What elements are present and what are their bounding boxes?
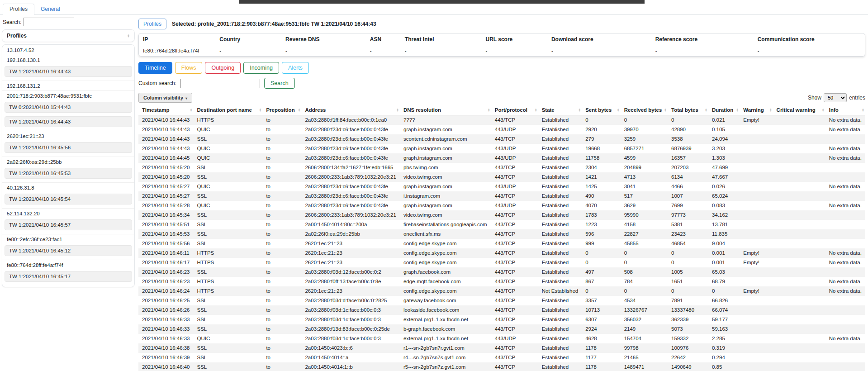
timeline-cell: 3538 xyxy=(668,134,708,144)
column-header[interactable]: Timestamp▲▼ xyxy=(138,105,194,115)
timewindow-item[interactable]: TW 1:2021/04/10 16:45:12 xyxy=(5,245,132,256)
timeline-row[interactable]: 2021/04/10 16:46:24HTTPSto2620:1ec:21::2… xyxy=(138,286,865,296)
ip-column-header[interactable]: Download score xyxy=(547,33,651,45)
timeline-row[interactable]: 2021/04/10 16:44:43QUICto2a03:2880:f23d:… xyxy=(138,125,865,134)
timeline-row[interactable]: 2021/04/10 16:46:17HTTPSto2620:1ec:21::2… xyxy=(138,258,865,267)
custom-search-input[interactable] xyxy=(180,79,260,88)
tab-profiles[interactable]: Profiles xyxy=(3,4,34,15)
profile-item[interactable]: 2001:718:2:903:b877:48ae:9531:fbfc xyxy=(2,90,134,100)
timeline-row[interactable]: 2021/04/10 16:44:43QUICto2a03:2880:f23d:… xyxy=(138,144,865,153)
timeline-row[interactable]: 2021/04/10 16:46:25SSLto2a03:2880:f03d:d… xyxy=(138,296,865,305)
ip-column-header[interactable]: IP xyxy=(139,33,215,45)
ip-column-header[interactable]: Country xyxy=(215,33,281,45)
column-header-label: Port/protocol xyxy=(495,107,527,113)
timeline-row[interactable]: 2021/04/10 16:45:20SSLto2606:2800:134:fa… xyxy=(138,163,865,172)
timeline-cell: Established xyxy=(538,182,582,191)
timewindow-item[interactable]: TW 1:2021/04/10 16:45:53 xyxy=(5,168,132,179)
profiles-badge-button[interactable]: Profiles xyxy=(138,19,166,29)
ip-column-header[interactable]: ASN xyxy=(366,33,401,45)
timeline-cell: 2021/04/10 16:45:56 xyxy=(138,239,194,248)
column-header[interactable]: Warning▲▼ xyxy=(740,105,773,115)
column-header[interactable]: Preposition▲▼ xyxy=(262,105,301,115)
ip-column-header[interactable]: URL score xyxy=(481,33,547,45)
profile-item[interactable]: 192.168.130.1 xyxy=(2,55,134,65)
timeline-row[interactable]: 2021/04/10 16:46:33QUICto2a03:2880:f03d:… xyxy=(138,334,865,343)
timeline-row[interactable]: 2021/04/10 16:45:34SSLto2606:2800:233:1a… xyxy=(138,210,865,220)
timeline-cell: 443/TCP xyxy=(491,286,538,296)
timewindow-item[interactable]: TW 1:2021/04/10 16:45:56 xyxy=(5,142,132,153)
column-header[interactable]: Received bytes▲▼ xyxy=(621,105,668,115)
timewindow-item[interactable]: TW 0:2021/04/10 15:44:43 xyxy=(5,102,132,113)
tab-general[interactable]: General xyxy=(34,4,66,14)
timeline-row[interactable]: 2021/04/10 16:46:33SSLto2a03:2880:f03d:1… xyxy=(138,315,865,324)
timeline-row[interactable]: 2021/04/10 16:45:28QUICto2a03:2880:f23d:… xyxy=(138,201,865,210)
timeline-row[interactable]: 2021/04/10 16:45:20SSLto2606:2800:233:1a… xyxy=(138,172,865,182)
timeline-row[interactable]: 2021/04/10 16:44:45QUICto2a03:2880:f23d:… xyxy=(138,153,865,163)
profile-item[interactable]: 52.114.132.20 xyxy=(2,208,134,218)
timeline-row[interactable]: 2021/04/10 16:45:27QUICto2a03:2880:f23d:… xyxy=(138,182,865,191)
profile-item[interactable]: fe80::2efc:36f:ce23:fac1 xyxy=(2,234,134,244)
timeline-row[interactable]: 2021/04/10 16:45:53SSLto2a02:26f0:ea:29d… xyxy=(138,229,865,239)
column-header[interactable]: Address▲▼ xyxy=(301,105,399,115)
timeline-row[interactable]: 2021/04/10 16:46:33SSLto2a03:2880:f13d:8… xyxy=(138,324,865,334)
profiles-panel-header[interactable]: Profiles ▲▼ xyxy=(2,29,135,42)
timeline-cell xyxy=(773,334,825,343)
timewindow-item[interactable]: TW 1:2021/04/10 16:44:43 xyxy=(5,66,132,77)
timeline-cell: HTTPS xyxy=(194,248,263,258)
timeline-cell: 0 xyxy=(621,258,668,267)
timeline-row[interactable]: 2021/04/10 16:46:11HTTPSto2620:1ec:21::2… xyxy=(138,248,865,258)
ip-column-header[interactable]: Threat Intel xyxy=(401,33,482,45)
profile-item[interactable]: 192.168.131.2 xyxy=(2,81,134,90)
profile-item[interactable]: 2a02:26f0:ea:29d::25bb xyxy=(2,157,134,166)
timeline-row[interactable]: 2021/04/10 16:46:23SSLto2a03:2880:f03d:1… xyxy=(138,267,865,277)
column-visibility-button[interactable]: Column visibility▾ xyxy=(138,93,192,103)
incoming-tab-button[interactable]: Incoming xyxy=(243,62,279,74)
timeline-row[interactable]: 2021/04/10 16:46:38SSLto2a00:1450:4023:b… xyxy=(138,343,865,353)
timeline-row[interactable]: 2021/04/10 16:44:43HTTPSto2a03:2880:f1ff… xyxy=(138,115,865,125)
timeline-cell: SSL xyxy=(194,267,263,277)
profile-item[interactable]: 2620:1ec:21::23 xyxy=(2,131,134,141)
profile-item[interactable]: 13.107.4.52 xyxy=(2,45,134,55)
timeline-row[interactable]: 2021/04/10 16:45:51SSLto2a00:1450:4014:8… xyxy=(138,220,865,229)
timeline-cell: SSL xyxy=(194,239,263,248)
column-header[interactable]: State▲▼ xyxy=(538,105,582,115)
alerts-tab-button[interactable]: Alerts xyxy=(282,62,309,74)
ip-column-header[interactable]: Communication score xyxy=(754,33,865,45)
timeline-row[interactable]: 2021/04/10 16:44:43SSLto2a03:2880:f23d:c… xyxy=(138,134,865,144)
timeline-row[interactable]: 2021/04/10 16:45:56SSLto2620:1ec:21::23c… xyxy=(138,239,865,248)
page-size-select[interactable]: 50 xyxy=(824,93,847,102)
column-header[interactable]: Sent bytes▲▼ xyxy=(582,105,620,115)
column-header[interactable]: DNS resolution▲▼ xyxy=(400,105,491,115)
timewindow-item[interactable]: TW 1:2021/04/10 16:45:17 xyxy=(5,271,132,282)
column-header[interactable]: Destination port name▲▼ xyxy=(194,105,263,115)
column-header[interactable]: Critical warning▲▼ xyxy=(773,105,825,115)
sort-icon: ▲▼ xyxy=(396,108,399,112)
timeline-row[interactable]: 2021/04/10 16:46:23HTTPSto2a03:2880:f0ff… xyxy=(138,277,865,286)
timeline-tab-button[interactable]: Timeline xyxy=(138,62,172,74)
search-button[interactable]: Search xyxy=(264,78,295,89)
column-header[interactable]: Duration▲▼ xyxy=(708,105,740,115)
sidebar-search-input[interactable] xyxy=(24,18,74,26)
timeline-row[interactable]: 2021/04/10 16:46:26SSLto2a03:2880:f03d:1… xyxy=(138,305,865,315)
profile-item[interactable]: 40.126.31.8 xyxy=(2,182,134,192)
outgoing-tab-button[interactable]: Outgoing xyxy=(205,62,241,74)
timewindow-item[interactable]: TW 1:2021/04/10 16:45:57 xyxy=(5,219,132,230)
timeline-row[interactable]: 2021/04/10 16:46:39SSLto2a00:1450:4014::… xyxy=(138,353,865,362)
timeline-cell: 2021/04/10 16:44:43 xyxy=(138,144,194,153)
timeline-cell: r1---sn-2gb7sn7r.gvt1.com xyxy=(400,343,491,353)
column-header[interactable]: Port/protocol▲▼ xyxy=(491,105,538,115)
column-header[interactable]: Total bytes▲▼ xyxy=(668,105,708,115)
timeline-cell: 42890 xyxy=(668,125,708,134)
timewindow-item[interactable]: TW 1:2021/04/10 16:45:54 xyxy=(5,194,132,205)
timeline-row[interactable]: 2021/04/10 16:46:40SSLto2a00:1450:4014:1… xyxy=(138,362,865,371)
profile-item[interactable]: fe80::764d:28ff:fe4a:f74f xyxy=(2,260,134,270)
ip-column-header[interactable]: Reverse DNS xyxy=(281,33,366,45)
flows-tab-button[interactable]: Flows xyxy=(175,62,203,74)
timeline-row[interactable]: 2021/04/10 16:45:27SSLto2a03:2880:f23d:c… xyxy=(138,191,865,201)
timeline-cell: SSL xyxy=(194,172,263,182)
timewindow-item[interactable]: TW 1:2021/04/10 16:44:43 xyxy=(5,116,132,127)
ip-column-header[interactable]: Reference score xyxy=(651,33,754,45)
timeline-cell: 2606:2800:134:fa2:1627:1fe:edb:1665 xyxy=(301,163,399,172)
timeline-cell: 2920 xyxy=(582,125,620,134)
column-header[interactable]: Info▲▼ xyxy=(825,105,865,115)
